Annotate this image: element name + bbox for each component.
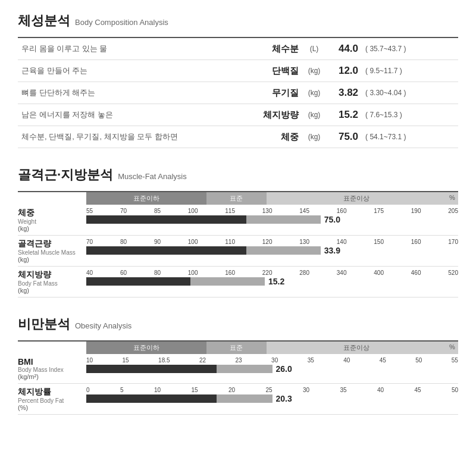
composition-value: 15.2 [326,104,362,126]
bar-dark-segment [86,365,217,373]
analysis-row-chart: 101518.5222330354045505526.0 [86,357,458,373]
scale-number: 60 [120,270,127,276]
composition-range: ( 54.1~73.1 ) [362,126,458,148]
row-name-kr: 체중 [18,208,86,218]
composition-desc: 체수분, 단백질, 무기질, 체지방을 모두 합하면 [18,126,216,148]
scale-number: 115 [225,208,235,214]
bar-value-label: 20.3 [276,394,292,403]
row-name-en: Percent Body Fat [18,397,86,404]
scale-numbers: 708090100110120130140150160170 [86,239,458,245]
composition-row: 뼈를 단단하게 해주는 무기질 (kg) 3.82 ( 3.30~4.04 ) [18,82,458,104]
scale-number: 130 [299,239,309,245]
scale-numbers: 557085100115130145160175190205 [86,208,458,214]
row-name-kr: 골격근량 [18,239,86,249]
row-name-en: Weight [18,218,86,225]
composition-row: 우리 몸을 이루고 있는 물 체수분 (L) 44.0 ( 35.7~43.7 … [18,37,458,60]
composition-value: 44.0 [326,37,362,60]
analysis-row: 체지방량 Body Fat Mass (kg) 4060801001602202… [18,267,458,298]
analysis-row-chart: 55708510011513014516017519020575.0 [86,208,458,224]
bar-value-label: 26.0 [276,364,292,374]
obesity-title-kr: 비만분석 [18,315,70,333]
row-name-en: Body Fat Mass [18,280,86,287]
muscle-fat-section: 골격근·지방분석 Muscle-Fat Analysis 표준이하표준표준이상%… [18,166,458,298]
scale-numbers: 101518.52223303540455055 [86,357,458,364]
body-composition-title-kr: 체성분석 [18,12,70,30]
scale-number: 5 [120,387,124,393]
muscle-fat-title-kr: 골격근·지방분석 [18,166,113,184]
scale-number: 55 [452,357,458,364]
band-below: 표준이하 [86,192,206,205]
bar-track: 33.9 [86,246,458,255]
bar-dark-segment [86,246,246,255]
composition-desc: 우리 몸을 이루고 있는 물 [18,37,216,60]
composition-desc: 뼈를 단단하게 해주는 [18,82,216,104]
muscle-fat-chart: 표준이하표준표준이상% 체중 Weight (kg) 5570851001151… [18,191,458,298]
pct-header: % [446,342,458,354]
scale-number: 80 [154,270,161,276]
band-header-row: 표준이하표준표준이상% [18,340,458,354]
composition-range: ( 35.7~43.7 ) [362,37,458,60]
composition-name: 단백질 [216,60,302,82]
row-unit: (%) [18,404,86,411]
scale-number: 140 [337,239,347,245]
bar-gray-segment [190,277,265,286]
composition-unit: (kg) [302,82,326,104]
scale-number: 205 [448,208,458,214]
analysis-row: 체지방률 Percent Body Fat (%) 05101520253035… [18,384,458,415]
scale-number: 30 [303,387,309,393]
row-unit: (kg/m²) [18,373,86,380]
scale-number: 340 [337,270,347,276]
bar-dark-segment [86,394,217,403]
scale-number: 0 [86,387,90,393]
scale-number: 175 [374,208,384,214]
scale-number: 15 [123,357,129,364]
bar-value-label: 33.9 [324,246,340,255]
scale-number: 20 [228,387,235,393]
scale-number: 130 [262,208,273,214]
row-name-en: Skeletal Muscle Mass [18,249,86,256]
row-name-en: Body Mass Index [18,367,86,373]
analysis-row-label: 체중 Weight (kg) [18,208,86,232]
composition-value: 12.0 [326,60,362,82]
scale-number: 35 [308,357,314,364]
scale-number: 35 [340,387,346,393]
bar-gray-segment [246,215,321,224]
bar-track: 15.2 [86,277,458,286]
analysis-row-label: 체지방량 Body Fat Mass (kg) [18,270,86,294]
row-name-kr: 체지방량 [18,270,86,280]
band-normal: 표준 [206,342,267,354]
bar-dark-segment [86,277,190,286]
analysis-row: 체중 Weight (kg) 5570851001151301451601751… [18,205,458,236]
bar-track: 75.0 [86,215,458,224]
composition-row: 남은 에너지를 저장해 놓은 체지방량 (kg) 15.2 ( 7.6~15.3… [18,104,458,126]
bar-gray-segment [246,246,321,255]
obesity-chart: 표준이하표준표준이상% BMI Body Mass Index (kg/m²) … [18,340,458,415]
scale-number: 100 [188,239,198,245]
scale-number: 30 [271,357,278,364]
row-name-kr: BMI [18,357,86,367]
scale-number: 23 [236,357,242,364]
composition-name: 체수분 [216,37,302,60]
composition-name: 체지방량 [216,104,302,126]
composition-range: ( 7.6~15.3 ) [362,104,458,126]
scale-number: 40 [343,357,350,364]
scale-number: 520 [448,270,458,276]
row-unit: (kg) [18,287,86,294]
obesity-section: 비만분석 Obesity Analysis 표준이하표준표준이상% BMI Bo… [18,315,458,415]
composition-range: ( 3.30~4.04 ) [362,82,458,104]
composition-name: 체중 [216,126,302,148]
composition-desc: 근육을 만들어 주는 [18,60,216,82]
bar-value-label: 75.0 [324,215,340,224]
analysis-row: BMI Body Mass Index (kg/m²) 101518.52223… [18,354,458,384]
scale-number: 70 [86,239,93,245]
scale-number: 150 [374,239,384,245]
composition-unit: (kg) [302,104,326,126]
composition-value: 3.82 [326,82,362,104]
body-composition-section: 체성분석 Body Composition Analysis 우리 몸을 이루고… [18,12,458,148]
analysis-row-label: 체지방률 Percent Body Fat (%) [18,387,86,411]
scale-number: 220 [262,270,273,276]
obesity-title-en: Obesity Analysis [75,321,131,330]
composition-desc: 남은 에너지를 저장해 놓은 [18,104,216,126]
scale-number: 40 [377,387,384,393]
scale-number: 15 [191,387,198,393]
